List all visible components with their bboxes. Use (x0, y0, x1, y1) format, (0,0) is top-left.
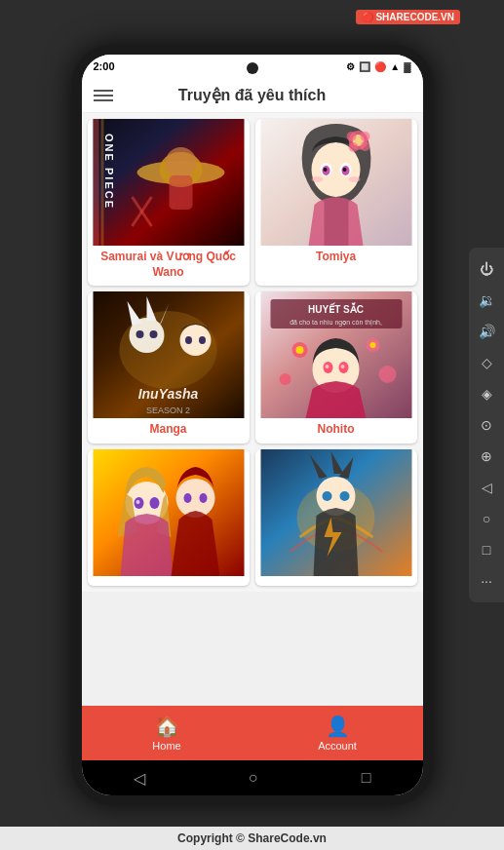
svg-point-45 (340, 365, 344, 368)
nav-home[interactable]: 🏠 Home (82, 706, 252, 760)
android-home[interactable]: ○ (249, 769, 258, 787)
battery-icon: 🔴 (374, 61, 386, 72)
right-toolbar: ⏻ 🔉 🔊 ◇ ◈ ⊙ ⊕ ◁ ○ □ ··· (469, 248, 504, 602)
svg-text:ONE: ONE (102, 134, 114, 163)
svg-point-31 (149, 330, 157, 338)
svg-point-51 (378, 366, 396, 383)
front-camera (247, 62, 258, 74)
svg-text:SEASON 2: SEASON 2 (145, 406, 189, 415)
svg-point-25 (348, 142, 358, 152)
svg-point-24 (360, 132, 369, 141)
android-back[interactable]: ◁ (134, 769, 145, 788)
nav-home-label: Home (152, 740, 180, 752)
svg-point-44 (325, 365, 329, 368)
svg-point-63 (322, 491, 331, 501)
svg-point-32 (179, 325, 211, 356)
phone-screen: 2:00 ⚙ 🔲 🔴 ▲ ▓ Truyện đã yêu thích (82, 55, 423, 795)
manga-cover-4: HUYẾT SẮC đã cho ta nhìu ngọn còn thịnh, (255, 291, 417, 418)
hamburger-menu[interactable] (94, 90, 113, 101)
manga-title-5 (88, 576, 250, 586)
svg-point-26 (360, 141, 369, 151)
manga-title-1: Samurai và Vương Quốc Wano (88, 246, 250, 286)
status-time: 2:00 (94, 60, 115, 72)
eraser2-btn[interactable]: ◈ (475, 382, 498, 406)
account-icon: 👤 (326, 715, 350, 738)
svg-point-18 (342, 168, 346, 172)
manga-title-2: Tomiya (255, 246, 417, 271)
manga-title-6 (255, 576, 417, 586)
svg-point-55 (149, 497, 159, 509)
manga-card-3[interactable]: InuYasha SEASON 2 Manga (88, 291, 250, 444)
manga-card-1[interactable]: ONE PIECE Samurai và Vương Quốc Wano (88, 119, 250, 286)
manga-title-3: Manga (88, 418, 250, 444)
manga-cover-6 (255, 449, 417, 576)
manga-title-4: Nohito (255, 418, 417, 444)
manga-card-4[interactable]: HUYẾT SẮC đã cho ta nhìu ngọn còn thịnh, (255, 291, 417, 444)
volume-down-btn[interactable]: 🔉 (475, 289, 498, 312)
more-btn[interactable]: ··· (475, 569, 498, 593)
eraser-btn[interactable]: ◇ (475, 351, 498, 374)
status-icons: ⚙ 🔲 🔴 ▲ ▓ (346, 61, 410, 72)
home-sys-btn[interactable]: ○ (475, 507, 498, 530)
home-icon: 🏠 (155, 715, 179, 738)
manga-cover-5 (88, 449, 250, 576)
settings-icon: ⚙ (346, 61, 355, 72)
svg-point-49 (369, 342, 375, 348)
svg-text:HUYẾT SẮC: HUYẾT SẮC (308, 302, 364, 315)
svg-rect-8 (100, 119, 103, 246)
manga-card-2[interactable]: Tomiya (255, 119, 417, 286)
manga-cover-3: InuYasha SEASON 2 (88, 291, 250, 418)
manga-scroll-container[interactable]: ONE PIECE Samurai và Vương Quốc Wano (82, 113, 423, 706)
svg-point-23 (346, 132, 356, 141)
svg-point-50 (279, 373, 291, 385)
copyright-text: Copyright © ShareCode.vn (177, 831, 327, 845)
phone-device: 2:00 ⚙ 🔲 🔴 ▲ ▓ Truyện đã yêu thích (72, 45, 433, 805)
app-bar: Truyện đã yêu thích (82, 78, 423, 113)
manga-cover-2 (255, 119, 417, 246)
nav-account-label: Account (318, 740, 357, 752)
nav-account[interactable]: 👤 Account (252, 706, 423, 760)
android-recents[interactable]: □ (362, 769, 371, 787)
svg-point-59 (199, 493, 207, 503)
manga-grid: ONE PIECE Samurai và Vương Quốc Wano (82, 113, 423, 592)
wifi-icon: 🔲 (359, 61, 370, 72)
signal-bars: ▲ (390, 61, 400, 72)
manga-card-6[interactable] (255, 449, 417, 586)
recents-btn[interactable]: □ (475, 538, 498, 561)
manga-cover-1: ONE PIECE (88, 119, 250, 246)
system-nav: ◁ ○ □ (82, 760, 423, 795)
svg-point-30 (136, 330, 143, 338)
svg-point-33 (185, 336, 192, 344)
power-btn[interactable]: ⏻ (475, 257, 498, 281)
copyright-bar: Copyright © ShareCode.vn (0, 827, 504, 850)
svg-point-58 (183, 493, 191, 503)
manga-card-5[interactable] (88, 449, 250, 586)
svg-point-17 (323, 168, 327, 172)
battery-full: ▓ (404, 61, 410, 72)
svg-point-19 (311, 176, 323, 182)
page-title: Truyện đã yêu thích (178, 86, 326, 104)
svg-point-34 (199, 336, 206, 344)
svg-point-3 (165, 147, 196, 178)
svg-point-56 (136, 500, 139, 504)
svg-text:InuYasha: InuYasha (137, 386, 198, 402)
back-btn[interactable]: ◁ (475, 476, 498, 499)
svg-rect-7 (93, 119, 98, 246)
svg-rect-4 (169, 175, 192, 210)
svg-text:đã cho ta nhìu ngọn còn thịnh,: đã cho ta nhìu ngọn còn thịnh, (290, 319, 382, 327)
svg-point-20 (348, 176, 360, 182)
zoom-btn[interactable]: ⊕ (475, 444, 498, 468)
sharecode-logo: 🔴 SHARECODE.VN (351, 10, 465, 24)
bottom-nav: 🏠 Home 👤 Account (82, 706, 423, 760)
camera-btn[interactable]: ⊙ (475, 413, 498, 437)
svg-point-47 (295, 346, 303, 354)
svg-point-64 (339, 491, 349, 501)
svg-text:PIECE: PIECE (102, 168, 114, 210)
volume-up-btn[interactable]: 🔊 (475, 320, 498, 343)
